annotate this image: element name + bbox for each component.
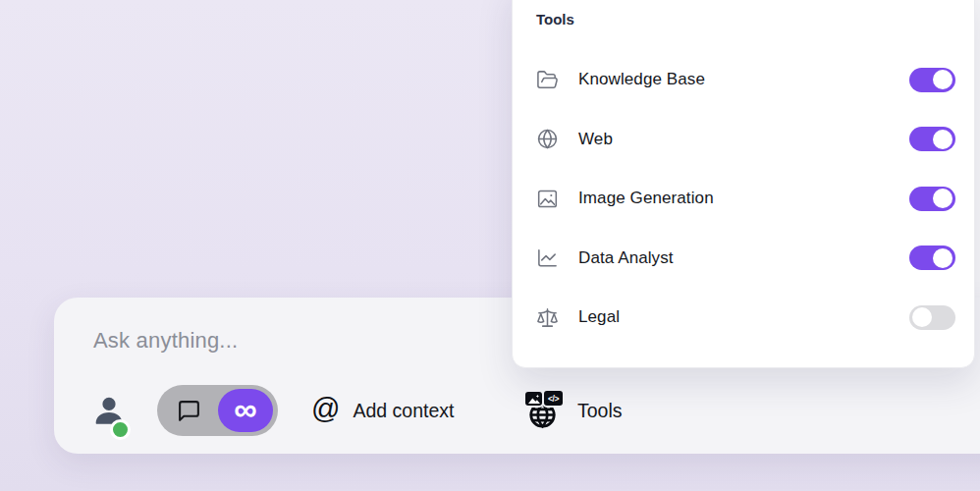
globe-icon: [536, 128, 559, 150]
scales-icon: [536, 306, 559, 329]
tools-panel: Tools Knowledge Base: [512, 0, 975, 368]
tool-row-data-analyst: Data Analyst: [513, 229, 974, 289]
code-badge-icon: </>: [544, 391, 563, 406]
image-icon: [536, 188, 559, 210]
tools-list: Knowledge Base Web: [513, 50, 974, 348]
tools-panel-title: Tools: [536, 11, 574, 27]
tools-button-label: Tools: [577, 400, 623, 422]
toggle-data-analyst[interactable]: [909, 246, 955, 270]
tools-globe-icon: </>: [525, 391, 570, 430]
toggle-image-generation[interactable]: [909, 187, 955, 211]
tool-label: Image Generation: [578, 189, 909, 208]
app-background: Ask anything... ∞ @ Add context: [0, 0, 980, 491]
mode-toggle[interactable]: ∞: [157, 385, 278, 436]
add-context-button[interactable]: @ Add context: [311, 385, 454, 436]
chat-bubble-icon[interactable]: [157, 385, 220, 436]
tool-row-legal: Legal: [513, 288, 974, 348]
image-badge-icon: [525, 392, 542, 406]
folder-open-icon: [536, 69, 559, 91]
line-chart-icon: [536, 246, 559, 269]
toggle-legal[interactable]: [909, 305, 955, 330]
online-status-dot: [110, 419, 131, 440]
infinity-mode-segment[interactable]: ∞: [218, 389, 273, 432]
toggle-web[interactable]: [909, 127, 955, 151]
toggle-knowledge-base[interactable]: [909, 68, 955, 92]
tool-label: Legal: [578, 307, 909, 327]
at-icon: @: [311, 395, 340, 423]
tools-button[interactable]: </> Tools: [525, 385, 623, 436]
infinity-icon: ∞: [234, 393, 257, 425]
tool-label: Web: [578, 130, 909, 149]
tool-row-web: Web: [513, 110, 974, 170]
tool-row-knowledge-base: Knowledge Base: [513, 50, 974, 110]
tool-row-image-generation: Image Generation: [513, 169, 974, 229]
add-context-label: Add context: [353, 400, 454, 422]
message-input[interactable]: Ask anything...: [93, 328, 238, 354]
tool-label: Knowledge Base: [578, 70, 909, 89]
tool-label: Data Analyst: [578, 248, 909, 268]
